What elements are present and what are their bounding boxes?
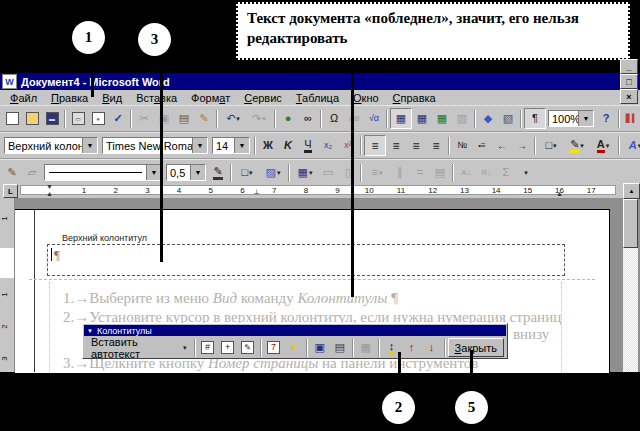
drawing-icon[interactable]: ◆ — [478, 109, 498, 128]
right-indent-marker[interactable]: ▲ — [556, 190, 563, 197]
hanging-indent-marker[interactable]: ▲ — [46, 190, 53, 197]
insert-date-icon[interactable]: 7 — [264, 338, 284, 357]
underline-icon[interactable]: Ч — [298, 136, 318, 155]
header-edit-box[interactable]: ¶ — [47, 244, 565, 276]
align-center-icon[interactable]: ≡ — [386, 136, 406, 155]
font-color-icon[interactable]: А▾ — [590, 136, 616, 155]
style-select[interactable]: Верхний колонт▼ — [4, 137, 98, 154]
open-folder-icon[interactable] — [22, 109, 42, 128]
close-header-footer-button[interactable]: Закрыть — [448, 338, 504, 357]
menu-item-таблица[interactable]: Таблица — [289, 92, 346, 104]
chevron-down-icon[interactable]: ▾ — [277, 169, 281, 177]
font-effects-icon[interactable]: A▾ — [622, 136, 640, 155]
vertical-scrollbar[interactable] — [623, 198, 638, 372]
zoom-select[interactable]: 100%▼ — [548, 110, 594, 127]
menu-item-справка[interactable]: Справка — [386, 92, 443, 104]
chevron-down-icon[interactable]: ▾ — [249, 169, 253, 177]
tables-borders-icon[interactable]: ▦ — [390, 108, 412, 129]
paste-icon[interactable]: ▤ — [174, 109, 194, 128]
headers-footers-toolbar-titlebar[interactable]: ▼ Колонтитулы — [84, 325, 506, 336]
find-icon[interactable]: ∞ — [298, 109, 318, 128]
align-right-icon[interactable]: ≡ — [406, 136, 426, 155]
insert-excel-icon[interactable]: ▦ — [432, 109, 452, 128]
undo-icon[interactable]: ↶▾ — [220, 109, 246, 128]
toolbar-options-icon[interactable]: ▾ — [516, 163, 536, 182]
insert-table-menu-icon[interactable]: ▦▾ — [292, 163, 318, 182]
align-left-icon[interactable]: ≡ — [364, 135, 386, 156]
combo-dropdown-icon[interactable]: ▼ — [190, 165, 205, 180]
chevron-down-icon[interactable]: ▾ — [580, 142, 584, 150]
combo-dropdown-icon[interactable]: ▼ — [192, 138, 207, 153]
close-button[interactable]: × — [620, 89, 638, 104]
shading-color-icon[interactable]: ▨▾ — [260, 163, 286, 182]
save-icon[interactable]: ▬ — [42, 109, 62, 128]
chevron-down-icon[interactable]: ▾ — [606, 142, 610, 150]
scrollbar-thumb[interactable] — [623, 199, 638, 248]
line-style-select[interactable]: ▼ — [44, 164, 162, 181]
draw-table-icon[interactable]: ✎ — [2, 163, 22, 182]
eraser-icon[interactable]: ▱ — [22, 163, 42, 182]
first-line-indent-marker[interactable]: ▼ — [46, 183, 53, 190]
chevron-down-icon[interactable]: ▾ — [236, 115, 240, 123]
show-next-icon[interactable]: ↓ — [422, 338, 442, 357]
chevron-down-icon[interactable]: ▾ — [309, 169, 313, 177]
insert-autotext-button[interactable]: Вставить автотекст ▾ — [86, 339, 192, 357]
insert-number-of-pages-icon[interactable]: + — [218, 338, 238, 357]
minimize-button[interactable]: _ — [620, 59, 638, 74]
menu-item-сервис[interactable]: Сервис — [237, 92, 289, 104]
combo-dropdown-icon[interactable]: ▼ — [234, 138, 249, 153]
decrease-indent-icon[interactable]: ← — [492, 136, 512, 155]
page-setup-icon[interactable]: ▣ — [310, 338, 330, 357]
toolbar-menu-icon[interactable]: ▼ — [87, 328, 93, 334]
chevron-down-icon[interactable]: ▾ — [553, 142, 557, 150]
equation-icon[interactable]: √α — [364, 109, 384, 128]
insert-chart-icon[interactable]: ▋▍ — [622, 109, 640, 128]
menu-item-правка[interactable]: Правка — [44, 92, 95, 104]
highlight-icon[interactable]: ✎▾ — [564, 136, 590, 155]
combo-dropdown-icon[interactable]: ▼ — [82, 138, 97, 153]
format-page-number-icon[interactable]: ✎ — [238, 338, 258, 357]
tab-stop-marker[interactable]: ┴ — [254, 190, 259, 197]
scroll-up-button[interactable]: ▲ — [623, 183, 640, 199]
new-document-icon[interactable] — [2, 109, 22, 128]
insert-hyperlink-icon[interactable]: ● — [278, 109, 298, 128]
help-icon[interactable]: ? — [596, 109, 616, 128]
print-icon[interactable]: ▭ — [68, 109, 88, 128]
show-hide-icon[interactable]: ¶ — [524, 108, 546, 129]
spelling-icon[interactable]: ✓ — [108, 109, 128, 128]
insert-symbol-icon[interactable]: Ω — [324, 109, 344, 128]
font-size-select[interactable]: 14▼ — [212, 137, 250, 154]
font-select[interactable]: Times New Roman▼ — [102, 137, 208, 154]
format-painter-icon[interactable]: ✎ — [194, 109, 214, 128]
border-color-icon[interactable]: ✎ — [208, 163, 228, 182]
menu-item-файл[interactable]: Файл — [3, 92, 44, 104]
insert-table-icon[interactable]: ▦ — [412, 109, 432, 128]
menu-item-вид[interactable]: Вид — [95, 92, 129, 104]
document-map-icon[interactable]: ▧ — [498, 109, 518, 128]
print-preview-icon[interactable]: ● — [88, 109, 108, 128]
show-hide-text-icon[interactable]: ▤ — [330, 338, 350, 357]
tab-selector[interactable]: L — [3, 184, 18, 198]
menu-item-вставка[interactable]: Вставка — [129, 92, 184, 104]
italic-icon[interactable]: K — [278, 136, 298, 155]
bold-icon[interactable]: Ж — [258, 136, 278, 155]
chevron-down-icon[interactable]: ▾ — [262, 115, 266, 123]
align-justify-icon[interactable]: ≡ — [426, 136, 446, 155]
restore-button[interactable]: □ — [620, 74, 638, 89]
menu-item-формат[interactable]: Формат — [184, 92, 237, 104]
borders-icon[interactable]: □▾ — [234, 163, 260, 182]
insert-page-number-icon[interactable]: # — [198, 338, 218, 357]
numbered-list-icon[interactable]: № — [452, 136, 472, 155]
outside-border-icon[interactable]: □▾ — [538, 136, 564, 155]
show-previous-icon[interactable]: ↑ — [402, 338, 422, 357]
insert-time-icon[interactable]: ● — [284, 338, 304, 357]
bullet-list-icon[interactable]: •≡ — [472, 136, 492, 155]
title-bar[interactable]: W Документ4 - Microsoft Word _□× — [0, 73, 640, 90]
line-weight-select[interactable]: 0,5▼ — [166, 164, 206, 181]
superscript-icon[interactable]: x² — [338, 136, 358, 155]
increase-indent-icon[interactable]: → — [512, 136, 532, 155]
combo-dropdown-icon[interactable]: ▼ — [146, 165, 161, 180]
combo-dropdown-icon[interactable]: ▼ — [578, 111, 593, 126]
subscript-icon[interactable]: x₂ — [318, 136, 338, 155]
chevron-down-icon[interactable]: ▾ — [379, 169, 383, 177]
